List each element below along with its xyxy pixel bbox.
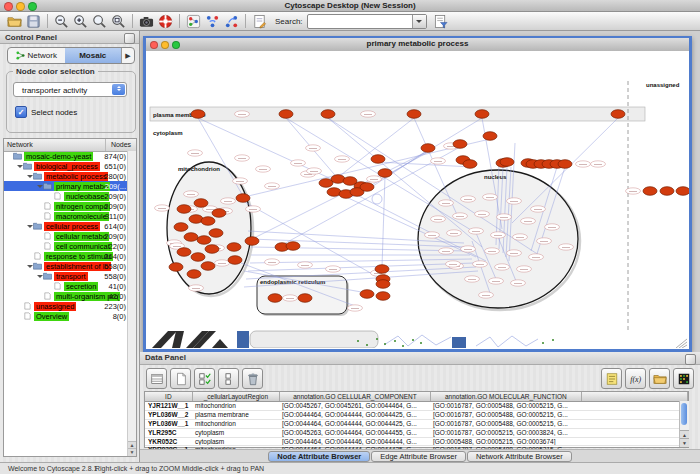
tree-row[interactable]: metabolic process280(0) [4, 171, 128, 181]
graph-node[interactable] [279, 110, 293, 119]
graph-node[interactable] [376, 292, 390, 301]
tree-col-network[interactable]: Network [4, 139, 106, 151]
tab-network[interactable]: Network [8, 48, 65, 63]
table-scrollbar[interactable]: ▲ ▼ [679, 401, 689, 447]
expander-icon[interactable] [26, 222, 33, 231]
float-panel-icon[interactable] [124, 33, 135, 44]
graph-node[interactable] [191, 253, 205, 262]
graph-node[interactable] [227, 243, 241, 252]
tab-edge-attribute-browser[interactable]: Edge Attribute Browser [371, 451, 466, 462]
layout-1-icon[interactable] [203, 13, 222, 30]
graph-node[interactable] [187, 270, 201, 279]
graph-node[interactable] [201, 262, 215, 271]
import-folder-icon[interactable] [649, 368, 670, 389]
tree-row[interactable]: cellular process614(0) [4, 221, 128, 231]
tree-row[interactable]: nucleobase-209(0) [4, 191, 128, 201]
network-view-titlebar[interactable]: primary metabolic process [146, 38, 689, 52]
layout-2-icon[interactable] [222, 13, 241, 30]
table-row[interactable]: YLR295Ccytoplasm[GO:0045263, GO:0044464,… [145, 429, 688, 438]
graph-node[interactable] [660, 187, 674, 196]
graph-node[interactable] [483, 132, 497, 141]
graph-node[interactable] [676, 187, 689, 196]
graph-node[interactable] [453, 140, 467, 149]
save-icon[interactable] [24, 13, 43, 30]
node-color-dropdown[interactable]: transporter activity [13, 82, 127, 97]
table-scroll-down-icon[interactable]: ▼ [680, 438, 689, 447]
scroll-down-icon[interactable]: ▼ [128, 448, 136, 456]
formula-icon[interactable]: f(x) [625, 368, 646, 389]
search-input[interactable] [307, 14, 427, 29]
graph-node[interactable] [475, 110, 489, 119]
column-header[interactable]: annotation.GO MOLECULAR_FUNCTION [431, 392, 582, 401]
graph-node[interactable] [321, 110, 335, 119]
tree-row[interactable]: nitrogen compo209(0) [4, 201, 128, 211]
graph-node[interactable] [407, 110, 421, 119]
tree-row[interactable]: multi-organism pro42(0) [4, 291, 128, 301]
graph-node[interactable] [286, 242, 300, 251]
expander-icon[interactable] [26, 172, 33, 181]
table-grid-icon[interactable] [146, 368, 167, 389]
vizmapper-icon[interactable] [184, 13, 203, 30]
tab-network-attribute-browser[interactable]: Network Attribute Browser [467, 451, 572, 462]
table-row[interactable]: YJR121W__1mitochondrion[GO:0045267, GO:0… [145, 402, 688, 411]
notes-icon[interactable] [601, 368, 622, 389]
graph-node[interactable] [500, 158, 514, 167]
expander-icon[interactable] [26, 262, 33, 271]
graph-node[interactable] [177, 248, 191, 257]
help-ring-icon[interactable] [156, 13, 175, 30]
open-folder-icon[interactable] [5, 13, 24, 30]
graph-node[interactable] [184, 233, 198, 242]
expander-icon[interactable] [36, 272, 43, 281]
search-dropdown-icon[interactable] [412, 15, 426, 28]
column-header[interactable]: annotation.GO CELLULAR_COMPONENT [280, 392, 431, 401]
tree-row[interactable]: response to stimulu264(0) [4, 251, 128, 261]
tree-row[interactable]: mosaic-demo-yeast874(0) [4, 151, 128, 161]
zoom-fit-icon[interactable] [109, 13, 128, 30]
network-canvas[interactable]: plasma membranecytoplasmmitochondrionnuc… [146, 51, 689, 348]
tree-row[interactable]: establishment of lo558(0) [4, 261, 128, 271]
graph-node[interactable] [212, 209, 226, 218]
tree-row[interactable]: cell communicat22(0) [4, 241, 128, 251]
tree-row[interactable]: biological_process651(0) [4, 161, 128, 171]
expander-icon[interactable] [16, 162, 23, 171]
graph-node[interactable] [245, 237, 259, 246]
graph-node[interactable] [174, 223, 188, 232]
data-panel-float-icon[interactable] [685, 354, 696, 365]
tab-mosaic[interactable]: Mosaic [65, 48, 122, 63]
graph-node[interactable] [421, 144, 435, 153]
tree-row[interactable]: Overview8(0) [4, 311, 128, 321]
graph-node[interactable] [228, 256, 242, 265]
annotation-icon[interactable] [250, 13, 269, 30]
tree-row[interactable]: unassigned223(0) [4, 301, 128, 311]
trash-icon[interactable] [242, 368, 263, 389]
graph-node[interactable] [268, 294, 282, 303]
table-scroll-thumb[interactable] [681, 403, 687, 425]
graph-node[interactable] [298, 294, 312, 303]
graph-node[interactable] [360, 183, 374, 192]
zoom-selected-icon[interactable] [90, 13, 109, 30]
column-header[interactable]: ID [145, 392, 193, 401]
graph-node[interactable] [376, 280, 390, 289]
graph-node[interactable] [197, 236, 211, 245]
graph-node[interactable] [169, 263, 183, 272]
matrix-icon[interactable] [673, 368, 694, 389]
graph-node[interactable] [360, 290, 374, 299]
graph-node[interactable] [201, 217, 215, 226]
zoom-in-icon[interactable] [71, 13, 90, 30]
table-row[interactable]: YKR052Ccytoplasm[GO:0044464, GO:0044446,… [145, 438, 688, 447]
new-doc-icon[interactable] [170, 368, 191, 389]
graph-node[interactable] [194, 199, 208, 208]
select-nodes-checkbox[interactable]: ✓ [15, 106, 27, 118]
expander-icon[interactable] [36, 182, 43, 191]
graph-node[interactable] [643, 187, 657, 196]
graph-node[interactable] [177, 205, 191, 214]
tree-row[interactable]: cellular metabo209(0) [4, 231, 128, 241]
graph-node[interactable] [371, 155, 385, 164]
graph-node[interactable] [378, 169, 392, 178]
tree-row[interactable]: primary metabo209(... [4, 181, 128, 191]
tree-row[interactable]: secretion41(0) [4, 281, 128, 291]
table-row[interactable]: YPL036W__1mitochondrion[GO:0044464, GO:0… [145, 420, 688, 429]
unselect-attrs-icon[interactable] [218, 368, 239, 389]
column-header[interactable]: _cellularLayoutRegion [193, 392, 280, 401]
tree-row[interactable]: transport558(0) [4, 271, 128, 281]
